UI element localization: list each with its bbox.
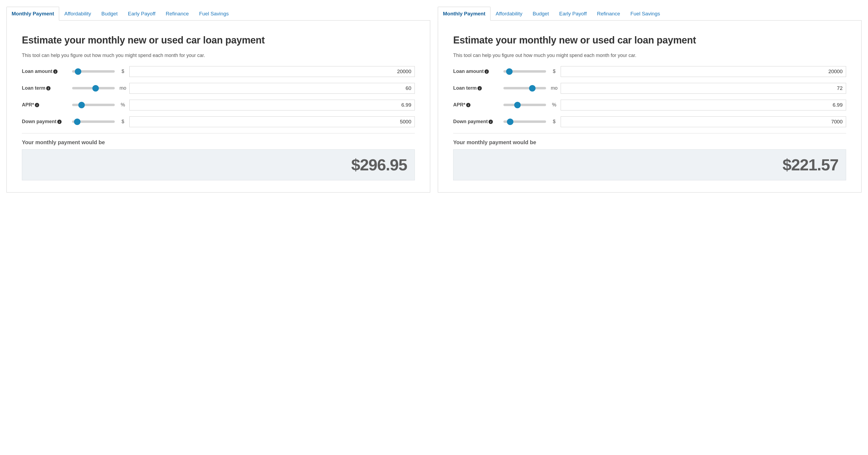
input-apr[interactable] — [561, 100, 846, 110]
label-loan-amount: Loan amount i — [453, 69, 502, 74]
slider-thumb[interactable] — [507, 119, 514, 125]
slider-loan-term[interactable] — [502, 85, 548, 92]
label-loan-term: Loan term i — [453, 85, 502, 91]
page-title: Estimate your monthly new or used car lo… — [22, 35, 415, 46]
slider-loan-term[interactable] — [70, 85, 116, 92]
info-icon[interactable]: i — [57, 120, 62, 124]
result-value: $221.57 — [461, 156, 838, 174]
slider-track — [503, 104, 546, 106]
slider-thumb[interactable] — [92, 85, 99, 92]
input-loan-term[interactable] — [129, 83, 415, 94]
tab-budget[interactable]: Budget — [527, 7, 554, 21]
tab-early-payoff[interactable]: Early Payoff — [554, 7, 592, 21]
info-icon[interactable]: i — [466, 103, 470, 107]
label-loan-amount: Loan amount i — [22, 69, 70, 74]
unit-month: mo — [116, 85, 129, 91]
unit-month: mo — [548, 85, 561, 91]
row-down-payment: Down payment i $ — [22, 117, 415, 127]
divider — [22, 133, 415, 133]
slider-thumb[interactable] — [78, 102, 85, 108]
input-apr[interactable] — [129, 100, 415, 110]
tab-budget[interactable]: Budget — [96, 7, 123, 21]
info-icon[interactable]: i — [489, 120, 493, 124]
slider-apr[interactable] — [502, 102, 548, 108]
tab-fuel-savings[interactable]: Fuel Savings — [194, 7, 234, 21]
label-text: Loan amount — [22, 69, 52, 74]
label-text: Loan amount — [453, 69, 484, 74]
unit-dollar: $ — [116, 69, 129, 74]
slider-track — [503, 87, 546, 89]
calculator-content: Estimate your monthly new or used car lo… — [7, 21, 430, 192]
slider-down-payment[interactable] — [502, 119, 548, 125]
calculator-content: Estimate your monthly new or used car lo… — [438, 21, 861, 192]
unit-percent: % — [548, 102, 561, 108]
result-value: $296.95 — [30, 156, 407, 174]
row-apr: APR* i % — [22, 100, 415, 110]
label-text: Down payment — [22, 119, 57, 125]
slider-loan-amount[interactable] — [502, 68, 548, 75]
result-label: Your monthly payment would be — [22, 139, 415, 145]
unit-dollar: $ — [548, 119, 561, 125]
label-down-payment: Down payment i — [22, 119, 70, 125]
tab-fuel-savings[interactable]: Fuel Savings — [625, 7, 665, 21]
label-loan-term: Loan term i — [22, 85, 70, 91]
row-loan-amount: Loan amount i $ — [453, 66, 846, 77]
tab-affordability[interactable]: Affordability — [491, 7, 527, 21]
info-icon[interactable]: i — [477, 86, 482, 91]
info-icon[interactable]: i — [35, 103, 39, 107]
page-subtitle: This tool can help you figure out how mu… — [22, 52, 415, 59]
label-apr: APR* i — [22, 102, 70, 108]
label-text: Loan term — [453, 85, 477, 91]
slider-thumb[interactable] — [514, 102, 521, 108]
unit-dollar: $ — [548, 69, 561, 74]
calculator-panels: Monthly Payment Affordability Budget Ear… — [6, 6, 862, 193]
slider-thumb[interactable] — [75, 68, 81, 75]
slider-down-payment[interactable] — [70, 119, 116, 125]
label-down-payment: Down payment i — [453, 119, 502, 125]
tab-early-payoff[interactable]: Early Payoff — [123, 7, 160, 21]
tab-bar: Monthly Payment Affordability Budget Ear… — [438, 6, 862, 21]
label-text: APR* — [22, 102, 34, 108]
tab-affordability[interactable]: Affordability — [59, 7, 96, 21]
info-icon[interactable]: i — [53, 69, 58, 74]
tab-refinance[interactable]: Refinance — [161, 7, 194, 21]
tab-monthly-payment[interactable]: Monthly Payment — [6, 7, 59, 21]
row-down-payment: Down payment i $ — [453, 117, 846, 127]
tab-refinance[interactable]: Refinance — [592, 7, 625, 21]
unit-percent: % — [116, 102, 129, 108]
input-loan-term[interactable] — [561, 83, 846, 94]
result-box: $221.57 — [453, 149, 846, 181]
info-icon[interactable]: i — [46, 86, 51, 91]
info-icon[interactable]: i — [485, 69, 489, 74]
input-down-payment[interactable] — [561, 117, 846, 127]
slider-thumb[interactable] — [74, 119, 81, 125]
slider-thumb[interactable] — [506, 68, 513, 75]
tab-monthly-payment[interactable]: Monthly Payment — [438, 7, 491, 21]
result-box: $296.95 — [22, 149, 415, 181]
calculator-panel: Monthly Payment Affordability Budget Ear… — [6, 6, 430, 193]
divider — [453, 133, 846, 133]
page-subtitle: This tool can help you figure out how mu… — [453, 52, 846, 59]
label-apr: APR* i — [453, 102, 502, 108]
label-text: APR* — [453, 102, 465, 108]
tab-bar: Monthly Payment Affordability Budget Ear… — [6, 6, 430, 21]
label-text: Down payment — [453, 119, 488, 125]
slider-loan-amount[interactable] — [70, 68, 116, 75]
calculator-panel: Monthly Payment Affordability Budget Ear… — [438, 6, 862, 193]
page-title: Estimate your monthly new or used car lo… — [453, 35, 846, 46]
result-label: Your monthly payment would be — [453, 139, 846, 145]
row-loan-term: Loan term i mo — [22, 83, 415, 94]
row-loan-amount: Loan amount i $ — [22, 66, 415, 77]
slider-apr[interactable] — [70, 102, 116, 108]
row-apr: APR* i % — [453, 100, 846, 110]
input-loan-amount[interactable] — [561, 66, 846, 77]
label-text: Loan term — [22, 85, 45, 91]
row-loan-term: Loan term i mo — [453, 83, 846, 94]
input-down-payment[interactable] — [129, 117, 415, 127]
input-loan-amount[interactable] — [129, 66, 415, 77]
slider-thumb[interactable] — [529, 85, 535, 92]
unit-dollar: $ — [116, 119, 129, 125]
